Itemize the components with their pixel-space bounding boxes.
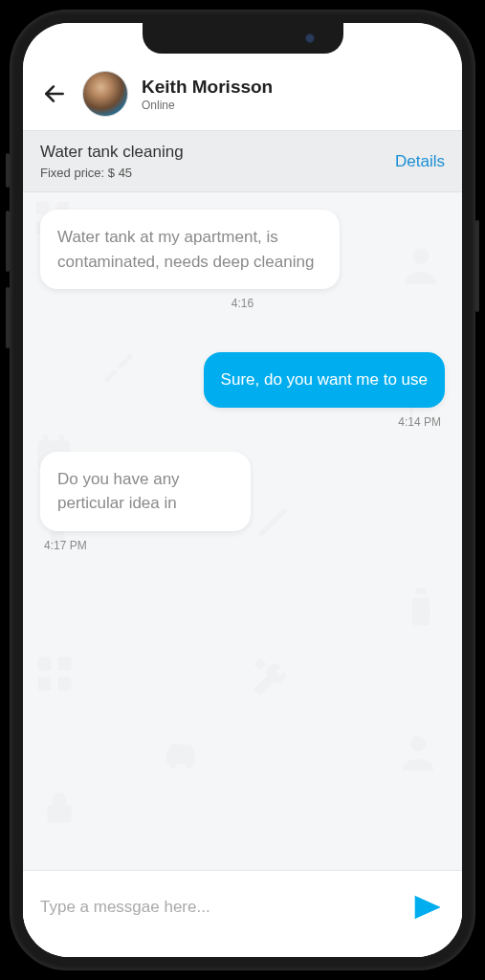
car-icon <box>157 728 205 776</box>
message-row: Water tank at my apartment, is contamina… <box>40 210 445 310</box>
notch <box>143 23 343 54</box>
send-button[interactable] <box>410 890 445 924</box>
front-camera-icon <box>305 33 315 43</box>
side-button <box>6 153 10 188</box>
message-row: Sure, do you want me to use 4:14 PM <box>40 352 445 429</box>
phone-screen: Keith Morisson Online Water tank cleanin… <box>23 23 462 957</box>
message-row: Do you have any perticular idea in 4:17 … <box>40 452 445 552</box>
svg-rect-17 <box>58 678 71 690</box>
side-button <box>475 220 479 312</box>
job-title: Water tank cleaning <box>40 143 184 162</box>
svg-rect-13 <box>415 589 427 594</box>
job-bar: Water tank cleaning Fixed price: $ 45 De… <box>23 130 462 192</box>
message-timestamp: 4:14 PM <box>398 415 441 429</box>
message-bubble-incoming[interactable]: Water tank at my apartment, is contamina… <box>40 210 340 289</box>
back-button[interactable] <box>40 79 69 108</box>
worker-icon <box>395 728 441 774</box>
message-bubble-outgoing[interactable]: Sure, do you want me to use <box>204 352 445 408</box>
svg-rect-21 <box>47 805 72 822</box>
tools-icon <box>248 652 298 702</box>
message-composer <box>23 870 462 957</box>
svg-rect-14 <box>38 657 51 670</box>
svg-point-18 <box>169 760 177 768</box>
bottle-icon <box>399 585 443 629</box>
send-icon <box>412 892 443 923</box>
chat-thread[interactable]: Water tank at my apartment, is contamina… <box>23 192 462 870</box>
side-button <box>6 287 10 348</box>
svg-point-19 <box>185 760 192 768</box>
details-link[interactable]: Details <box>395 152 445 171</box>
avatar[interactable] <box>82 71 128 117</box>
contact-info: Keith Morisson Online <box>142 77 273 112</box>
svg-rect-15 <box>58 657 71 670</box>
job-price: Fixed price: $ 45 <box>40 166 184 180</box>
message-input[interactable] <box>40 898 399 917</box>
lock-icon <box>38 786 80 828</box>
contact-status: Online <box>142 99 273 112</box>
svg-point-20 <box>410 736 426 751</box>
arrow-left-icon <box>42 81 67 106</box>
grid-icon <box>33 652 77 696</box>
message-timestamp: 4:16 <box>231 297 254 310</box>
message-timestamp: 4:17 PM <box>44 539 87 552</box>
message-bubble-incoming[interactable]: Do you have any perticular idea in <box>40 452 251 531</box>
side-button <box>6 211 10 272</box>
svg-rect-16 <box>38 678 51 690</box>
contact-name: Keith Morisson <box>142 77 273 98</box>
phone-frame: Keith Morisson Online Water tank cleanin… <box>10 10 475 970</box>
